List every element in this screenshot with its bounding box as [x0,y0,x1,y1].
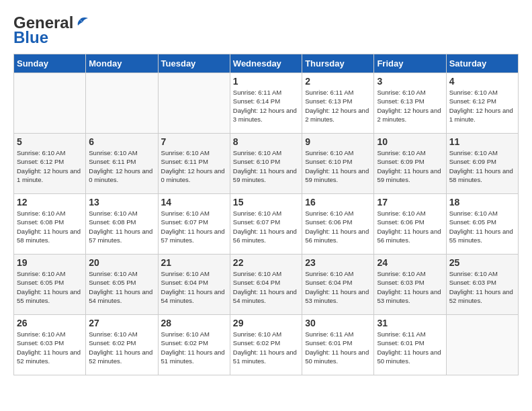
calendar-cell: 27Sunrise: 6:10 AM Sunset: 6:02 PM Dayli… [86,315,158,375]
calendar-cell [14,73,86,134]
day-info: Sunrise: 6:10 AM Sunset: 6:03 PM Dayligh… [449,269,515,305]
day-info: Sunrise: 6:10 AM Sunset: 6:02 PM Dayligh… [233,330,299,365]
day-info: Sunrise: 6:10 AM Sunset: 6:05 PM Dayligh… [17,269,83,305]
calendar-cell: 5Sunrise: 6:10 AM Sunset: 6:12 PM Daylig… [14,134,86,194]
day-info: Sunrise: 6:11 AM Sunset: 6:01 PM Dayligh… [377,330,443,365]
calendar-cell: 3Sunrise: 6:10 AM Sunset: 6:13 PM Daylig… [374,73,446,134]
day-info: Sunrise: 6:10 AM Sunset: 6:05 PM Dayligh… [89,269,154,305]
calendar-week-2: 12Sunrise: 6:10 AM Sunset: 6:08 PM Dayli… [14,194,519,255]
day-number: 30 [305,318,371,328]
day-info: Sunrise: 6:10 AM Sunset: 6:09 PM Dayligh… [377,148,443,184]
calendar-cell: 8Sunrise: 6:10 AM Sunset: 6:10 PM Daylig… [230,134,302,194]
day-info: Sunrise: 6:10 AM Sunset: 6:12 PM Dayligh… [449,88,515,124]
day-info: Sunrise: 6:10 AM Sunset: 6:07 PM Dayligh… [161,209,227,244]
day-number: 10 [377,136,443,147]
day-number: 22 [233,257,299,268]
day-number: 20 [89,257,154,268]
day-info: Sunrise: 6:10 AM Sunset: 6:02 PM Dayligh… [89,330,154,365]
day-number: 2 [305,76,371,87]
calendar-cell: 29Sunrise: 6:10 AM Sunset: 6:02 PM Dayli… [230,315,302,375]
calendar-week-3: 19Sunrise: 6:10 AM Sunset: 6:05 PM Dayli… [14,255,519,315]
calendar-cell: 26Sunrise: 6:10 AM Sunset: 6:03 PM Dayli… [14,315,86,375]
day-info: Sunrise: 6:10 AM Sunset: 6:08 PM Dayligh… [89,209,154,244]
day-number: 26 [17,318,83,328]
day-number: 11 [449,136,515,147]
calendar-cell: 23Sunrise: 6:10 AM Sunset: 6:04 PM Dayli… [302,255,374,315]
calendar-body: 1Sunrise: 6:11 AM Sunset: 6:14 PM Daylig… [14,73,519,375]
calendar-cell: 25Sunrise: 6:10 AM Sunset: 6:03 PM Dayli… [446,255,518,315]
calendar-cell: 20Sunrise: 6:10 AM Sunset: 6:05 PM Dayli… [86,255,158,315]
header-monday: Monday [86,54,158,73]
calendar-cell: 21Sunrise: 6:10 AM Sunset: 6:04 PM Dayli… [158,255,230,315]
calendar-week-0: 1Sunrise: 6:11 AM Sunset: 6:14 PM Daylig… [14,73,519,134]
header-friday: Friday [374,54,446,73]
day-info: Sunrise: 6:11 AM Sunset: 6:13 PM Dayligh… [305,88,371,124]
calendar-week-1: 5Sunrise: 6:10 AM Sunset: 6:12 PM Daylig… [14,134,519,194]
day-number: 31 [377,318,443,328]
day-number: 13 [89,197,154,208]
calendar-cell: 12Sunrise: 6:10 AM Sunset: 6:08 PM Dayli… [14,194,86,255]
day-number: 29 [233,318,299,328]
day-number: 9 [305,136,371,147]
day-number: 24 [377,257,443,268]
day-info: Sunrise: 6:10 AM Sunset: 6:08 PM Dayligh… [17,209,83,244]
day-number: 27 [89,318,154,328]
calendar-cell: 11Sunrise: 6:10 AM Sunset: 6:09 PM Dayli… [446,134,518,194]
header-tuesday: Tuesday [158,54,230,73]
calendar-cell: 15Sunrise: 6:10 AM Sunset: 6:07 PM Dayli… [230,194,302,255]
calendar-cell: 7Sunrise: 6:10 AM Sunset: 6:11 PM Daylig… [158,134,230,194]
calendar-cell: 17Sunrise: 6:10 AM Sunset: 6:06 PM Dayli… [374,194,446,255]
day-number: 6 [89,136,154,147]
day-number: 3 [377,76,443,87]
day-number: 25 [449,257,515,268]
calendar-cell: 9Sunrise: 6:10 AM Sunset: 6:10 PM Daylig… [302,134,374,194]
calendar-cell: 24Sunrise: 6:10 AM Sunset: 6:03 PM Dayli… [374,255,446,315]
logo: General Blue [13,13,89,47]
day-number: 23 [305,257,371,268]
day-info: Sunrise: 6:10 AM Sunset: 6:03 PM Dayligh… [377,269,443,305]
calendar-week-4: 26Sunrise: 6:10 AM Sunset: 6:03 PM Dayli… [14,315,519,375]
day-info: Sunrise: 6:11 AM Sunset: 6:01 PM Dayligh… [305,330,371,365]
day-number: 17 [377,197,443,208]
calendar-cell: 4Sunrise: 6:10 AM Sunset: 6:12 PM Daylig… [446,73,518,134]
calendar-cell: 18Sunrise: 6:10 AM Sunset: 6:05 PM Dayli… [446,194,518,255]
calendar-cell: 22Sunrise: 6:10 AM Sunset: 6:04 PM Dayli… [230,255,302,315]
day-info: Sunrise: 6:10 AM Sunset: 6:04 PM Dayligh… [161,269,227,305]
logo-blue-text: Blue [13,28,48,47]
calendar-cell: 14Sunrise: 6:10 AM Sunset: 6:07 PM Dayli… [158,194,230,255]
day-info: Sunrise: 6:10 AM Sunset: 6:09 PM Dayligh… [449,148,515,184]
calendar-cell [86,73,158,134]
day-info: Sunrise: 6:10 AM Sunset: 6:11 PM Dayligh… [161,148,227,184]
header-thursday: Thursday [302,54,374,73]
calendar-cell: 1Sunrise: 6:11 AM Sunset: 6:14 PM Daylig… [230,73,302,134]
calendar-cell: 2Sunrise: 6:11 AM Sunset: 6:13 PM Daylig… [302,73,374,134]
calendar-cell [446,315,518,375]
calendar-cell: 30Sunrise: 6:11 AM Sunset: 6:01 PM Dayli… [302,315,374,375]
calendar-cell: 31Sunrise: 6:11 AM Sunset: 6:01 PM Dayli… [374,315,446,375]
day-info: Sunrise: 6:10 AM Sunset: 6:10 PM Dayligh… [233,148,299,184]
day-info: Sunrise: 6:11 AM Sunset: 6:14 PM Dayligh… [233,88,299,124]
calendar-cell [158,73,230,134]
day-info: Sunrise: 6:10 AM Sunset: 6:04 PM Dayligh… [305,269,371,305]
day-number: 8 [233,136,299,147]
day-info: Sunrise: 6:10 AM Sunset: 6:04 PM Dayligh… [233,269,299,305]
day-number: 21 [161,257,227,268]
day-info: Sunrise: 6:10 AM Sunset: 6:02 PM Dayligh… [161,330,227,365]
calendar-table: SundayMondayTuesdayWednesdayThursdayFrid… [13,54,519,375]
logo-bird-icon [75,17,89,29]
day-info: Sunrise: 6:10 AM Sunset: 6:11 PM Dayligh… [89,148,154,184]
header-saturday: Saturday [446,54,518,73]
day-number: 19 [17,257,83,268]
day-number: 15 [233,197,299,208]
day-info: Sunrise: 6:10 AM Sunset: 6:05 PM Dayligh… [449,209,515,244]
header-wednesday: Wednesday [230,54,302,73]
calendar-cell: 6Sunrise: 6:10 AM Sunset: 6:11 PM Daylig… [86,134,158,194]
header-sunday: Sunday [14,54,86,73]
day-number: 16 [305,197,371,208]
day-number: 12 [17,197,83,208]
page-header: General Blue [13,13,519,47]
day-number: 4 [449,76,515,87]
day-number: 14 [161,197,227,208]
day-info: Sunrise: 6:10 AM Sunset: 6:06 PM Dayligh… [377,209,443,244]
day-number: 28 [161,318,227,328]
